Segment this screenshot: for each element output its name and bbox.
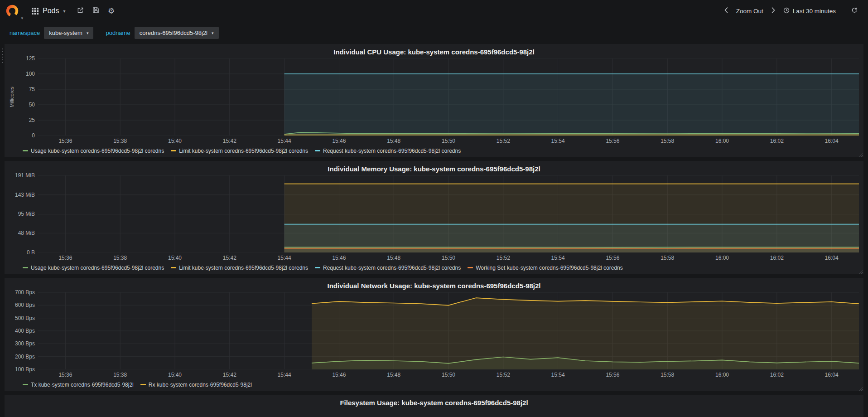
y-axis-label: Millicores [9,87,14,107]
refresh-button[interactable] [847,0,862,22]
panel-title[interactable]: Individual CPU Usage: kube-system coredn… [9,47,859,58]
variable-value-dropdown[interactable]: coredns-695f96dcd5-98j2l ▾ [135,27,219,39]
x-tick-label: 15:54 [551,138,565,144]
x-tick-label: 15:38 [113,138,127,144]
dashboard-title: Pods [43,7,59,15]
legend-label: Working Set kube-system coredns-695f96dc… [476,265,623,271]
y-tick-label: 125 [26,55,35,62]
legend-color-swatch [140,384,146,385]
y-tick-label: 200 Bps [15,354,35,360]
legend-item[interactable]: Request kube-system coredns-695f96dcd5-9… [315,147,461,155]
legend-item[interactable]: Tx kube-system coredns-695f96dcd5-98j2l [23,381,134,388]
save-button[interactable] [88,0,104,22]
x-tick-label: 15:38 [113,372,127,378]
x-tick-label: 15:42 [223,372,236,378]
y-tick-label: 95 MiB [18,211,35,217]
x-tick-label: 16:04 [825,255,839,261]
chart-canvas [38,58,859,136]
y-axis: 0 B48 MiB95 MiB143 MiB191 MiB [14,175,38,252]
y-axis [14,409,38,417]
variable-current-value: coredns-695f96dcd5-98j2l [140,29,207,36]
y-tick-label: 143 MiB [15,192,35,198]
plot-area[interactable] [38,292,859,369]
chart-canvas [38,175,859,252]
legend-item[interactable]: Usage kube-system coredns-695f96dcd5-98j… [23,264,164,272]
x-tick-label: 15:40 [168,255,182,261]
legend-label: Usage kube-system coredns-695f96dcd5-98j… [31,265,164,271]
y-tick-label: 300 Bps [15,340,35,347]
panel-resize-handle[interactable] [859,270,863,274]
legend-color-swatch [23,150,28,151]
x-tick-label: 15:48 [387,372,400,378]
panel-title[interactable]: Filesystem Usage: kube-system coredns-69… [9,398,859,409]
x-tick-label: 16:02 [770,255,784,261]
y-axis: 0255075100125 [14,58,38,136]
y-tick-label: 600 Bps [15,302,35,308]
legend-item[interactable]: Limit kube-system coredns-695f96dcd5-98j… [171,147,308,155]
x-tick-label: 15:42 [223,138,236,144]
x-axis-row: 15:3615:3815:4015:4215:4415:4615:4815:50… [38,136,859,145]
x-tick-label: 15:38 [113,255,127,261]
chevron-down-icon: ▾ [21,16,23,20]
panel-title[interactable]: Individual Network Usage: kube-system co… [9,281,859,292]
x-tick-label: 15:46 [332,138,346,144]
legend-label: Limit kube-system coredns-695f96dcd5-98j… [179,265,308,271]
legend-item[interactable]: Working Set kube-system coredns-695f96dc… [468,264,623,272]
chart-body: 100 Bps200 Bps300 Bps400 Bps500 Bps600 B… [9,292,859,369]
y-tick-label: 0 B [27,249,35,256]
x-tick-label: 15:50 [442,255,455,261]
legend-label: Tx kube-system coredns-695f96dcd5-98j2l [31,382,134,388]
x-axis-row: 15:3615:3815:4015:4215:4415:4615:4815:50… [38,252,859,262]
x-tick-label: 15:54 [551,255,565,261]
time-shift-forward-button[interactable] [767,0,779,22]
navbar: ▾ Pods ▾ ⚙ Zoom Out [0,0,868,22]
panel-title[interactable]: Individual Memory Usage: kube-system cor… [9,164,859,175]
x-tick-label: 15:56 [606,138,619,144]
grafana-logo-button[interactable]: ▾ [0,0,24,22]
legend-color-swatch [468,267,473,268]
legend-item[interactable]: Limit kube-system coredns-695f96dcd5-98j… [171,264,308,272]
panel-resize-handle[interactable] [859,153,863,157]
x-tick-label: 16:00 [715,138,729,144]
x-tick-label: 15:58 [661,255,674,261]
x-tick-label: 15:40 [168,372,182,378]
time-range-picker-button[interactable]: Last 30 minutes [779,0,840,22]
time-shift-back-button[interactable] [720,0,732,22]
row-drag-handle[interactable] [1,48,4,64]
dashboard-grid-icon [32,8,39,15]
x-tick-label: 15:52 [497,255,510,261]
legend: Tx kube-system coredns-695f96dcd5-98j2lR… [9,379,859,389]
x-tick-label: 15:42 [223,255,236,261]
plot-area[interactable] [38,409,859,417]
legend: Usage kube-system coredns-695f96dcd5-98j… [9,262,859,272]
zoom-out-button[interactable]: Zoom Out [732,0,767,22]
share-button[interactable] [73,0,88,22]
grafana-logo-icon [6,5,19,17]
series-fill [285,74,859,136]
x-tick-label: 15:58 [661,372,674,378]
legend-label: Usage kube-system coredns-695f96dcd5-98j… [31,148,164,154]
x-tick-label: 15:48 [387,255,400,261]
legend-item[interactable]: Rx kube-system coredns-695f96dcd5-98j2l [140,381,252,388]
legend-color-swatch [315,150,320,151]
x-tick-label: 15:44 [278,255,291,261]
variable-value-dropdown[interactable]: kube-system ▾ [44,27,93,39]
panel-resize-handle[interactable] [859,387,863,391]
x-tick-label: 15:56 [606,255,619,261]
y-tick-label: 25 [29,117,35,123]
panel-memory-usage: Individual Memory Usage: kube-system cor… [5,161,863,274]
y-axis-unit-column [9,409,14,417]
x-tick-label: 16:04 [825,372,839,378]
dashboard-picker[interactable]: Pods ▾ [24,0,73,22]
legend-item[interactable]: Request kube-system coredns-695f96dcd5-9… [315,264,461,272]
settings-button[interactable]: ⚙ [104,0,119,22]
variable-current-value: kube-system [49,29,82,36]
legend-item[interactable]: Usage kube-system coredns-695f96dcd5-98j… [23,147,164,155]
y-tick-label: 48 MiB [18,230,35,236]
x-tick-label: 15:44 [278,372,291,378]
x-tick-label: 15:56 [606,372,619,378]
x-tick-label: 15:50 [442,372,455,378]
variable-namespace: namespace kube-system ▾ [5,27,93,39]
plot-area[interactable] [38,58,859,136]
plot-area[interactable] [38,175,859,252]
